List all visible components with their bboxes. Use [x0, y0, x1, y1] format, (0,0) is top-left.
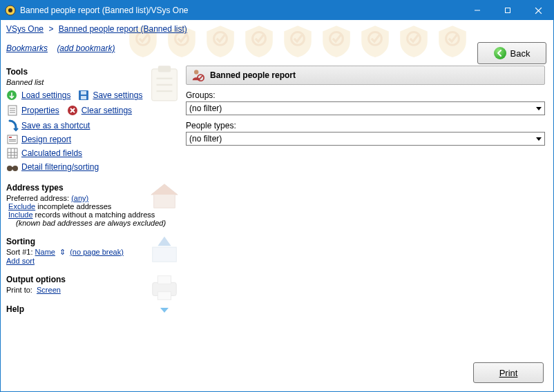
- report-header: Banned people report: [186, 66, 545, 85]
- preferred-address-label: Preferred address:: [6, 194, 69, 202]
- load-settings-link[interactable]: Load settings: [21, 90, 70, 100]
- printer-icon: [149, 272, 180, 304]
- section-output: Output options Print to: Screen: [6, 275, 180, 294]
- house-icon: [149, 180, 180, 212]
- detail-filtering-link[interactable]: Detail filtering/sorting: [21, 162, 99, 172]
- sort-page-break-link[interactable]: (no page break): [70, 248, 124, 256]
- svg-rect-42: [11, 167, 14, 169]
- back-button-label: Back: [510, 48, 531, 59]
- maximize-button[interactable]: [493, 1, 523, 20]
- print-button-label: Print: [499, 368, 518, 378]
- binoculars-icon: [6, 161, 19, 173]
- clear-icon: [66, 104, 79, 117]
- people-types-value: (no filter): [189, 134, 222, 144]
- window-controls: [462, 1, 553, 20]
- svg-point-1: [8, 8, 12, 12]
- people-types-dropdown[interactable]: (no filter): [186, 132, 545, 146]
- sort-label: Sort #1:: [6, 248, 33, 256]
- window-title: Banned people report (Banned list)/VSys …: [20, 6, 462, 15]
- properties-link[interactable]: Properties: [21, 106, 59, 115]
- groups-label: Groups:: [186, 90, 545, 100]
- svg-rect-23: [81, 96, 86, 99]
- design-report-link[interactable]: Design report: [21, 135, 71, 144]
- sidebar: Tools Banned list Load settings Save set…: [1, 66, 186, 391]
- calculated-icon: [6, 147, 19, 159]
- svg-rect-45: [157, 276, 171, 284]
- main-area: Tools Banned list Load settings Save set…: [1, 66, 553, 391]
- preferred-address-value[interactable]: (any): [71, 194, 88, 202]
- breadcrumb-root[interactable]: VSys One: [6, 24, 44, 34]
- print-to-label: Print to:: [6, 286, 32, 294]
- add-sort-link[interactable]: Add sort: [6, 257, 35, 265]
- breadcrumb-current[interactable]: Banned people report (Banned list): [59, 24, 187, 34]
- groups-field: Groups: (no filter): [186, 90, 545, 115]
- section-help: Help: [6, 304, 180, 316]
- shortcut-icon: [6, 119, 19, 132]
- design-icon: [6, 133, 19, 146]
- minimize-button[interactable]: [462, 1, 493, 20]
- content-area: VSys One > Banned people report (Banned …: [1, 20, 553, 391]
- people-types-label: People types:: [186, 121, 545, 130]
- close-button[interactable]: [523, 1, 553, 20]
- report-pane: Banned people report Groups: (no filter)…: [186, 66, 553, 391]
- address-note: (known bad addresses are always excluded…: [16, 219, 180, 227]
- titlebar: Banned people report (Banned list)/VSys …: [1, 1, 553, 20]
- section-tools: Tools Banned list Load settings Save set…: [6, 67, 180, 173]
- svg-rect-34: [9, 141, 16, 141]
- save-shortcut-link[interactable]: Save as a shortcut: [21, 121, 90, 130]
- bookmarks-link[interactable]: Bookmarks: [6, 43, 48, 53]
- sort-direction-icon[interactable]: ⇕: [57, 248, 68, 256]
- app-icon: [5, 5, 16, 16]
- app-window: Banned people report (Banned list)/VSys …: [0, 0, 554, 392]
- groups-value: (no filter): [189, 104, 222, 113]
- svg-rect-32: [9, 137, 12, 138]
- section-address-types: Address types Preferred address: (any) E…: [6, 183, 180, 227]
- svg-rect-33: [9, 139, 16, 140]
- exclude-suffix: incomplete addresses: [35, 202, 111, 210]
- breadcrumb: VSys One > Banned people report (Banned …: [6, 24, 548, 34]
- svg-rect-35: [8, 148, 17, 158]
- clipboard-icon: [149, 66, 180, 96]
- svg-rect-16: [158, 66, 171, 72]
- bookmarks-row: Bookmarks (add bookmark): [6, 43, 548, 53]
- top-strip: VSys One > Banned people report (Banned …: [1, 20, 553, 66]
- banned-report-icon: [191, 68, 204, 82]
- svg-rect-46: [157, 292, 171, 300]
- chevron-down-icon[interactable]: [158, 304, 171, 316]
- svg-line-49: [198, 75, 202, 79]
- svg-rect-43: [153, 247, 177, 262]
- include-link[interactable]: Include: [8, 210, 32, 219]
- back-arrow-icon: [494, 47, 506, 59]
- back-button[interactable]: Back: [477, 42, 546, 64]
- people-types-field: People types: (no filter): [186, 121, 545, 146]
- properties-icon: [6, 104, 19, 117]
- breadcrumb-separator: >: [48, 24, 53, 34]
- groups-dropdown[interactable]: (no filter): [186, 101, 545, 115]
- clear-settings-link[interactable]: Clear settings: [82, 106, 132, 115]
- add-bookmark-link[interactable]: (add bookmark): [57, 43, 115, 53]
- svg-point-47: [194, 70, 198, 74]
- svg-rect-3: [506, 8, 510, 13]
- load-icon: [6, 89, 19, 101]
- print-to-value[interactable]: Screen: [37, 286, 61, 294]
- save-icon: [77, 89, 90, 101]
- include-suffix: records without a matching address: [33, 210, 155, 219]
- exclude-link[interactable]: Exclude: [8, 202, 35, 210]
- sort-arrow-icon: [149, 234, 180, 266]
- save-settings-link[interactable]: Save settings: [93, 90, 142, 100]
- help-heading: Help: [6, 304, 24, 314]
- sort-value-link[interactable]: Name: [35, 248, 55, 256]
- calculated-fields-link[interactable]: Calculated fields: [21, 148, 82, 158]
- section-sorting: Sorting Sort #1: Name ⇕ (no page break) …: [6, 237, 180, 265]
- print-button[interactable]: Print: [473, 362, 544, 383]
- report-title: Banned people report: [210, 70, 296, 80]
- svg-rect-22: [81, 91, 86, 95]
